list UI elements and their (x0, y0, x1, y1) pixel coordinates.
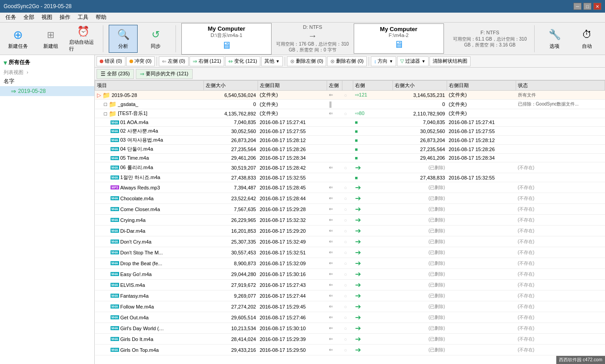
col-status[interactable]: 状态 (516, 81, 605, 91)
deleted-text: (已删除) (429, 272, 445, 276)
toolbar-separator-1 (103, 25, 103, 52)
cell-right-arrow: ■ (353, 154, 393, 162)
sidebar-task-item[interactable]: ⇒ 2019-05-28 (0, 86, 94, 96)
dest-fs: F: NTFS (480, 30, 499, 35)
table-row[interactable]: □ 📁 _gsdata_ 0 (文件夹) ‖ 0 (文件夹) 已排除：GoodS… (95, 100, 605, 109)
not-exist-status: (不存在) (518, 228, 535, 233)
table-row[interactable]: M4A Girls On Top.m4a 29,433,216 2016-08-… (95, 345, 605, 355)
m4a-icon: M4A (111, 228, 119, 234)
col-left-date[interactable]: 左侧日期 (258, 81, 327, 91)
deleted-text: (已删除) (429, 315, 445, 320)
deleted-text: (已删除) (429, 185, 445, 190)
new-group-button[interactable]: ⊞ 新建组 (36, 25, 65, 53)
name-cell-content: M4A Get Out.m4a (111, 314, 202, 321)
maximize-button[interactable]: □ (583, 3, 591, 10)
not-exist-status: (不存在) (518, 272, 535, 276)
auto-button[interactable]: ⏱ 自动 (573, 25, 601, 53)
table-row[interactable]: M4A Girl's Day World (… 10,213,534 2016-… (95, 323, 605, 334)
list-view-section: 列表视图 › (0, 68, 94, 77)
mp3-icon: MP3 (111, 184, 119, 191)
analyze-button[interactable]: 🔍 分析 (109, 25, 138, 53)
to-sync-btn[interactable]: ⇒ 要同步的文件 (121) (136, 69, 193, 79)
other-label: 其他 (264, 58, 274, 65)
table-row[interactable]: M4A 02 사뿐사뿐.m4a 30,052,560 2016-08-17 15… (95, 127, 605, 136)
table-row[interactable]: ▷ 📁 2019-05-28 6,540,536,024 (文件夹) ⇐ ○ ⇨… (95, 91, 605, 100)
menu-action[interactable]: 操作 (56, 13, 74, 22)
source-path-box: My Computer D:\音乐\m4a-1 🖥 (181, 23, 272, 55)
file-name: _gsdata_ (118, 101, 138, 107)
filter-icon: ▽ (400, 58, 404, 64)
table-row[interactable]: MP3 Always Reds.mp3 7,394,487 2016-08-17… (95, 182, 605, 193)
del-right-filter-btn[interactable]: ⊗ 删除右侧 (0) (327, 56, 367, 66)
table-row[interactable]: M4A 1절만 하시죠.m4a 27,438,833 2016-08-17 15… (95, 173, 605, 182)
table-row[interactable]: M4A 06 롤리리.m4a 30,519,207 2016-08-17 15:… (95, 162, 605, 173)
table-row[interactable]: M4A Di-Dar.m4a 16,201,853 2016-08-17 15:… (95, 226, 605, 236)
cell-status: (不存在) (516, 334, 605, 345)
table-row[interactable]: M4A 05 Time.m4a 29,461,206 2016-08-17 15… (95, 154, 605, 162)
direction-filter-btn[interactable]: ↕ 方向 ▼ (371, 56, 396, 66)
cell-status: (不存在) (516, 193, 605, 204)
minimize-button[interactable]: ─ (573, 3, 582, 10)
close-button[interactable]: ✕ (593, 3, 601, 10)
name-cell-content: M4A 05 Time.m4a (111, 155, 202, 161)
del-left-filter-btn[interactable]: ⊗ 删除左侧 (0) (287, 56, 327, 66)
table-row[interactable]: M4A Get Out.m4a 29,605,514 2016-08-17 15… (95, 312, 605, 323)
table-row[interactable]: M4A Don't Cry.m4a 25,307,335 2016-08-17 … (95, 236, 605, 247)
table-row[interactable]: M4A Drop the Beat (fe... 8,900,873 2016-… (95, 258, 605, 269)
sync-button[interactable]: ↺ 同步 (141, 25, 170, 53)
col-right[interactable]: 右侧 (353, 81, 393, 91)
table-row[interactable]: M4A Fantasy.m4a 9,269,077 2016-08-17 15:… (95, 290, 605, 301)
col-left-size[interactable]: 左侧大小 (203, 81, 258, 91)
menu-help[interactable]: 帮助 (92, 13, 110, 22)
cell-left-size: 25,307,335 (203, 236, 258, 247)
new-task-button[interactable]: ⊕ 新建任务 (4, 25, 32, 53)
all-sync-label: 全部 (235) (107, 70, 130, 77)
circle-ind: ○ (344, 239, 347, 244)
left-filter-btn[interactable]: ⇐ 左侧 (0) (159, 56, 189, 66)
cell-name: M4A Don't Stop The M... (95, 247, 204, 258)
table-row[interactable]: M4A Chocolate.m4a 23,522,642 2016-08-17 … (95, 193, 605, 204)
table-row[interactable]: M4A Follow Me.m4a 27,274,202 2016-08-17 … (95, 301, 605, 312)
other-filter-btn[interactable]: 其他 ▼ (261, 56, 283, 66)
name-cell-content: M4A 1절만 하시죠.m4a (111, 174, 202, 181)
table-row[interactable]: M4A Come Closer.m4a 7,567,635 2016-08-17… (95, 204, 605, 215)
cell-name: □ 📁 [TEST-音乐1] (95, 109, 204, 118)
options-button[interactable]: 🔧 选项 (540, 25, 569, 53)
table-row[interactable]: M4A 01 AOA.m4a 7,040,835 2016-08-17 15:2… (95, 118, 605, 127)
col-right-date[interactable]: 右侧日期 (447, 81, 516, 91)
table-row[interactable]: □ 📁 [TEST-音乐1] 4,135,762,892 (文件夹) ⇐ ○ ⇨… (95, 109, 605, 118)
error-filter-btn[interactable]: 错误 (0) (97, 56, 125, 66)
table-row[interactable]: M4A 03 여자사용법.m4a 26,873,204 2016-08-17 1… (95, 136, 605, 145)
col-right-size[interactable]: 右侧大小 (393, 81, 447, 91)
table-row[interactable]: M4A 04 단둘이.m4a 27,235,564 2016-08-17 15:… (95, 145, 605, 154)
menu-view[interactable]: 视图 (38, 13, 56, 22)
conflict-filter-btn[interactable]: 冲突 (0) (126, 56, 155, 66)
left-arrow-ind: ⇐ (329, 184, 333, 190)
clear-tree-btn[interactable]: 清除树状结构图 (430, 56, 471, 66)
change-filter-btn[interactable]: ⇔ 变化 (121) (225, 56, 260, 66)
cell-right-date (447, 280, 516, 290)
col-name[interactable]: 项目 (95, 81, 204, 91)
menu-all[interactable]: 全部 (20, 13, 38, 22)
m4a-icon: M4A (111, 128, 119, 134)
name-cell-content: MP3 Always Reds.mp3 (111, 184, 202, 191)
start-auto-button[interactable]: ⏰ 启动自动运行 (69, 25, 97, 53)
file-name: 02 사뿐사뿐.m4a (120, 128, 158, 134)
cell-circle: ○ (342, 290, 353, 301)
file-name: ELVIS.m4a (120, 282, 145, 288)
cell-left-arrow (327, 127, 342, 136)
table-row[interactable]: M4A Girls Do It.m4a 28,414,024 2016-08-1… (95, 334, 605, 345)
menu-tools[interactable]: 工具 (74, 13, 92, 22)
cell-right-date: 2016-08-17 15:28:12 (447, 136, 516, 145)
menu-task[interactable]: 任务 (2, 13, 20, 22)
all-sync-btn[interactable]: ☰ 全部 (235) (97, 69, 134, 79)
right-filter-btn[interactable]: ⇒ 右侧 (121) (189, 56, 225, 66)
m4a-icon: M4A (111, 260, 119, 267)
table-row[interactable]: M4A Easy Go!.m4a 29,044,280 2016-08-17 1… (95, 269, 605, 280)
table-row[interactable]: M4A Don't Stop The M... 30,557,453 2016-… (95, 247, 605, 258)
table-row[interactable]: M4A Crying.m4a 26,229,965 2016-08-17 15:… (95, 215, 605, 226)
table-row[interactable]: M4A ELVIS.m4a 27,919,672 2016-08-17 15:2… (95, 280, 605, 290)
col-left-arrow[interactable]: 左侧 (327, 81, 342, 91)
not-exist-status: (不存在) (518, 282, 535, 287)
filter-filter-btn[interactable]: ▽ 过滤器 ▼ (397, 56, 429, 66)
